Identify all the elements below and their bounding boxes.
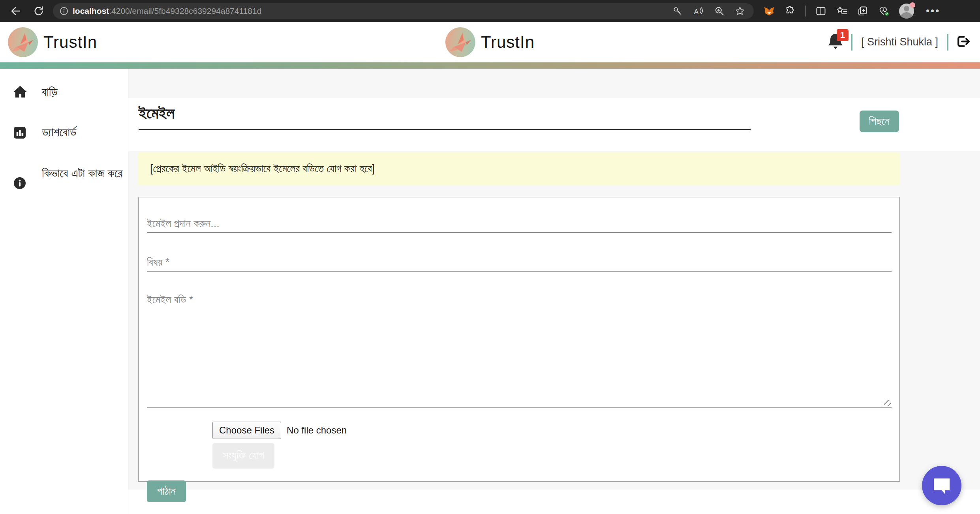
- notification-count-badge: 1: [837, 29, 849, 41]
- home-icon: [13, 84, 28, 100]
- page-title: ইমেইল: [139, 104, 751, 130]
- no-file-chosen-text: No file chosen: [287, 425, 347, 436]
- app-header: TrustIn TrustIn 1 [ Srishti Shukla ]: [0, 22, 980, 62]
- password-key-icon[interactable]: [672, 6, 683, 16]
- email-input[interactable]: [147, 215, 892, 233]
- url-host: localhost: [73, 6, 109, 15]
- browser-toolbar: localhost:4200/email/5fb49328c639294a874…: [0, 0, 980, 22]
- url-path: :4200/email/5fb49328c639294a8741181d: [109, 6, 261, 15]
- sidebar-item-home[interactable]: বাড়ি: [0, 84, 128, 100]
- info-icon: [13, 166, 28, 192]
- refresh-icon[interactable]: [30, 2, 47, 20]
- notifications-bell-icon[interactable]: 1: [827, 32, 845, 52]
- trustin-logo-icon: [8, 27, 38, 57]
- email-form-card: Choose Files No file chosen সংযুক্তি যোগ…: [138, 197, 900, 482]
- sidebar-item-how-it-works[interactable]: কিভাবে এটা কাজ করে: [0, 166, 128, 192]
- back-icon[interactable]: [7, 2, 24, 20]
- main-content: ইমেইল পিছনে [প্রেরকের ইমেল আইডি স্বয়ংক্…: [128, 69, 980, 490]
- extensions-puzzle-icon[interactable]: [785, 6, 796, 17]
- sidebar-nav: বাড়ি ড্যাশবোর্ড কিভাবে এটা কাজ করে: [0, 69, 128, 514]
- accent-gradient-bar: [0, 62, 980, 69]
- sidebar-item-label: কিভাবে এটা কাজ করে: [42, 166, 122, 181]
- sidebar-item-dashboard[interactable]: ড্যাশবোর্ড: [0, 125, 128, 141]
- dashboard-chart-icon: [13, 125, 28, 141]
- subject-input[interactable]: [147, 253, 892, 272]
- user-name[interactable]: [ Srishti Shukla ]: [859, 36, 941, 48]
- brand-center-title: TrustIn: [481, 33, 535, 52]
- header-divider: [851, 34, 852, 51]
- svg-text:A: A: [694, 7, 699, 15]
- toolbar-divider: [805, 6, 806, 17]
- send-button[interactable]: পাঠান: [147, 480, 186, 502]
- choose-files-button[interactable]: Choose Files: [212, 422, 281, 439]
- settings-menu-icon[interactable]: •••: [924, 5, 940, 17]
- textarea-resize-grip[interactable]: [884, 400, 891, 406]
- header-divider: [947, 34, 948, 51]
- site-info-icon[interactable]: [59, 6, 69, 16]
- email-body-textarea[interactable]: [147, 290, 892, 408]
- split-screen-icon[interactable]: [815, 6, 826, 17]
- favorites-list-icon[interactable]: [836, 6, 848, 17]
- chat-bubble-icon: [931, 476, 952, 495]
- brand-title: TrustIn: [43, 33, 97, 52]
- sidebar-item-label: বাড়ি: [42, 84, 58, 99]
- brand-center: TrustIn: [445, 27, 535, 57]
- metamask-extension-icon[interactable]: [763, 5, 775, 17]
- collections-add-icon[interactable]: [857, 6, 868, 17]
- read-aloud-icon[interactable]: A: [693, 6, 704, 16]
- logout-icon[interactable]: [955, 34, 971, 51]
- title-band: ইমেইল পিছনে: [128, 98, 980, 151]
- profile-status-dot: [910, 2, 915, 8]
- chat-fab-button[interactable]: [922, 466, 961, 505]
- browser-essentials-icon[interactable]: [878, 6, 890, 17]
- url-text[interactable]: localhost:4200/email/5fb49328c639294a874…: [73, 6, 668, 16]
- zoom-icon[interactable]: [714, 6, 725, 16]
- brand-left[interactable]: TrustIn: [8, 27, 97, 57]
- favorite-star-icon[interactable]: [735, 6, 745, 16]
- browser-profile-avatar[interactable]: [899, 4, 914, 19]
- address-bar[interactable]: localhost:4200/email/5fb49328c639294a874…: [53, 3, 754, 19]
- back-button[interactable]: পিছনে: [860, 111, 899, 132]
- sidebar-item-label: ড্যাশবোর্ড: [42, 125, 76, 140]
- add-attachment-button[interactable]: সংযুক্তি যোগ: [212, 443, 274, 469]
- trustin-logo-center-icon: [445, 27, 475, 57]
- sender-notice: [প্রেরকের ইমেল আইডি স্বয়ংক্রিয়ভাবে ইমে…: [138, 152, 900, 185]
